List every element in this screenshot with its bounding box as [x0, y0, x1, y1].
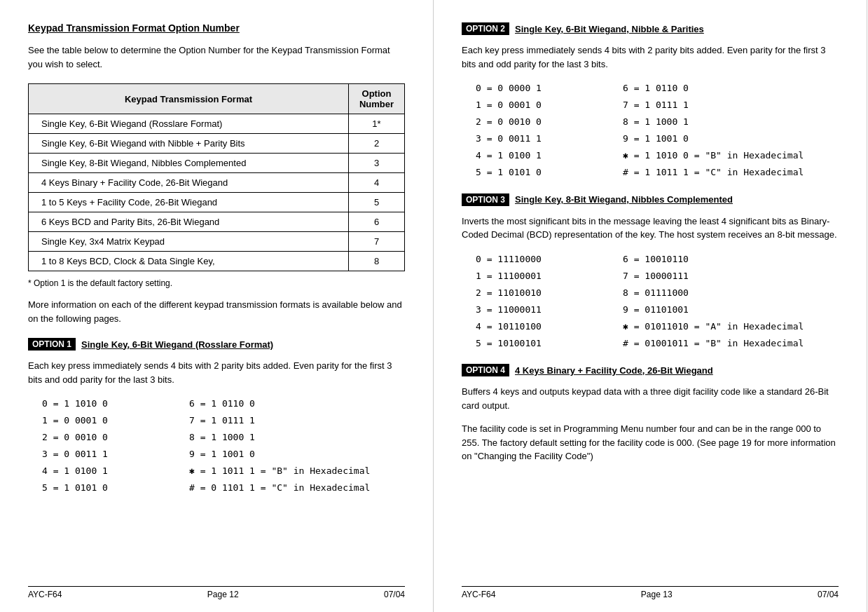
key-right: 9 = 1 1001 0: [623, 131, 839, 147]
page12-footer: AYC-F64 Page 12 07/04: [28, 586, 405, 599]
key-right: # = 01001011 = "B" in Hexadecimal: [623, 336, 839, 351]
key-left: 3 = 0 0011 1: [42, 447, 182, 462]
option4-header: OPTION 4 4 Keys Binary + Facility Code, …: [462, 364, 839, 376]
option3-desc: Inverts the most significant bits in the…: [462, 215, 839, 242]
key-left: 3 = 11000011: [476, 302, 616, 318]
key-right: 9 = 01101001: [623, 302, 839, 318]
page-title: Keypad Transmission Format Option Number: [28, 22, 405, 34]
option3-title: Single Key, 8-Bit Wiegand, Nibbles Compl…: [515, 194, 733, 205]
key-right: ✱ = 1 1011 1 = "B" in Hexadecimal: [189, 463, 405, 479]
key-right: 8 = 1 1000 1: [189, 430, 405, 445]
table-row: Single Key, 3x4 Matrix Keypad7: [29, 232, 405, 252]
format-cell: 1 to 8 Keys BCD, Clock & Data Single Key…: [29, 252, 349, 271]
option1-header: OPTION 1 Single Key, 6-Bit Wiegand (Ross…: [28, 338, 405, 351]
option-cell: 8: [349, 252, 405, 271]
key-right: 7 = 10000111: [623, 268, 839, 284]
footer-left: AYC-F64: [28, 590, 62, 599]
footer-left: AYC-F64: [462, 590, 495, 599]
page-12: Keypad Transmission Format Option Number…: [0, 0, 434, 612]
option4-title: 4 Keys Binary + Facility Code, 26-Bit Wi…: [515, 365, 713, 376]
key-left: 0 = 0 0000 1: [476, 81, 616, 96]
key-right: 6 = 1 0110 0: [189, 396, 405, 412]
format-cell: 6 Keys BCD and Parity Bits, 26-Bit Wiega…: [29, 212, 349, 232]
key-left: 2 = 0 0010 0: [42, 430, 182, 445]
key-right: 7 = 1 0111 1: [189, 413, 405, 428]
key-left: 1 = 0 0001 0: [476, 97, 616, 113]
option2-key-grid: 0 = 0 0000 16 = 1 0110 01 = 0 0001 07 = …: [476, 81, 839, 181]
col-format-header: Keypad Transmission Format: [29, 84, 349, 114]
key-left: 2 = 11010010: [476, 285, 616, 301]
option4-badge: OPTION 4: [462, 364, 509, 376]
key-right: 7 = 1 0111 1: [623, 97, 839, 113]
option-cell: 7: [349, 232, 405, 252]
key-right: ✱ = 01011010 = "A" in Hexadecimal: [623, 319, 839, 334]
table-row: 4 Keys Binary + Facility Code, 26-Bit Wi…: [29, 173, 405, 193]
key-left: 5 = 10100101: [476, 336, 616, 351]
table-row: Single Key, 6-Bit Wiegand (Rosslare Form…: [29, 114, 405, 134]
format-table: Keypad Transmission Format OptionNumber …: [28, 83, 405, 271]
option-cell: 1*: [349, 114, 405, 134]
option1-badge: OPTION 1: [28, 338, 76, 351]
key-left: 5 = 1 0101 0: [476, 165, 616, 180]
key-right: 8 = 01111000: [623, 285, 839, 301]
format-cell: Single Key, 3x4 Matrix Keypad: [29, 232, 349, 252]
table-row: Single Key, 6-Bit Wiegand with Nibble + …: [29, 134, 405, 154]
key-right: 9 = 1 1001 0: [189, 447, 405, 462]
option1-key-grid: 0 = 1 1010 06 = 1 0110 01 = 0 0001 07 = …: [42, 396, 405, 496]
format-cell: Single Key, 8-Bit Wiegand, Nibbles Compl…: [29, 154, 349, 173]
table-row: Single Key, 8-Bit Wiegand, Nibbles Compl…: [29, 154, 405, 173]
key-right: 6 = 10010110: [623, 252, 839, 267]
option2-title: Single Key, 6-Bit Wiegand, Nibble & Pari…: [515, 24, 704, 34]
footer-center: Page 13: [641, 590, 673, 599]
key-left: 1 = 11100001: [476, 268, 616, 284]
format-cell: 4 Keys Binary + Facility Code, 26-Bit Wi…: [29, 173, 349, 193]
key-right: 8 = 1 1000 1: [623, 114, 839, 130]
key-right: # = 0 1101 1 = "C" in Hexadecimal: [189, 480, 405, 496]
table-row: 6 Keys BCD and Parity Bits, 26-Bit Wiega…: [29, 212, 405, 232]
option2-desc: Each key press immediately sends 4 bits …: [462, 43, 839, 71]
option4-desc1: Buffers 4 keys and outputs keypad data w…: [462, 385, 839, 412]
page13-footer: AYC-F64 Page 13 07/04: [462, 586, 839, 599]
key-right: ✱ = 1 1010 0 = "B" in Hexadecimal: [623, 148, 839, 163]
key-right: 6 = 1 0110 0: [623, 81, 839, 96]
option-cell: 4: [349, 173, 405, 193]
key-left: 3 = 0 0011 1: [476, 131, 616, 147]
footer-right: 07/04: [818, 590, 839, 599]
option3-badge: OPTION 3: [462, 193, 509, 206]
table-row: 1 to 5 Keys + Facility Code, 26-Bit Wieg…: [29, 193, 405, 212]
footnote: * Option 1 is the default factory settin…: [28, 278, 405, 288]
key-left: 1 = 0 0001 0: [42, 413, 182, 428]
col-option-header: OptionNumber: [349, 84, 405, 114]
format-cell: Single Key, 6-Bit Wiegand (Rosslare Form…: [29, 114, 349, 134]
key-left: 4 = 1 0100 1: [42, 463, 182, 479]
option4-desc2: The facility code is set in Programming …: [462, 422, 839, 463]
option2-badge: OPTION 2: [462, 22, 509, 35]
footer-right: 07/04: [384, 590, 405, 599]
option3-header: OPTION 3 Single Key, 8-Bit Wiegand, Nibb…: [462, 193, 839, 206]
more-info: More information on each of the differen…: [28, 298, 405, 325]
key-left: 5 = 1 0101 0: [42, 480, 182, 496]
format-cell: 1 to 5 Keys + Facility Code, 26-Bit Wieg…: [29, 193, 349, 212]
key-left: 0 = 1 1010 0: [42, 396, 182, 412]
option-cell: 6: [349, 212, 405, 232]
key-right: # = 1 1011 1 = "C" in Hexadecimal: [623, 165, 839, 180]
option1-desc: Each key press immediately sends 4 bits …: [28, 359, 405, 386]
key-left: 4 = 1 0100 1: [476, 148, 616, 163]
format-cell: Single Key, 6-Bit Wiegand with Nibble + …: [29, 134, 349, 154]
key-left: 0 = 11110000: [476, 252, 616, 267]
option-cell: 3: [349, 154, 405, 173]
option3-key-grid: 0 = 111100006 = 100101101 = 111000017 = …: [476, 252, 839, 352]
option2-header: OPTION 2 Single Key, 6-Bit Wiegand, Nibb…: [462, 22, 839, 35]
table-row: 1 to 8 Keys BCD, Clock & Data Single Key…: [29, 252, 405, 271]
option1-title: Single Key, 6-Bit Wiegand (Rosslare Form…: [81, 339, 273, 350]
footer-center: Page 12: [207, 590, 239, 599]
key-left: 4 = 10110100: [476, 319, 616, 334]
option-cell: 5: [349, 193, 405, 212]
intro-text: See the table below to determine the Opt…: [28, 43, 405, 71]
page-13: OPTION 2 Single Key, 6-Bit Wiegand, Nibb…: [434, 0, 867, 612]
option-cell: 2: [349, 134, 405, 154]
key-left: 2 = 0 0010 0: [476, 114, 616, 130]
